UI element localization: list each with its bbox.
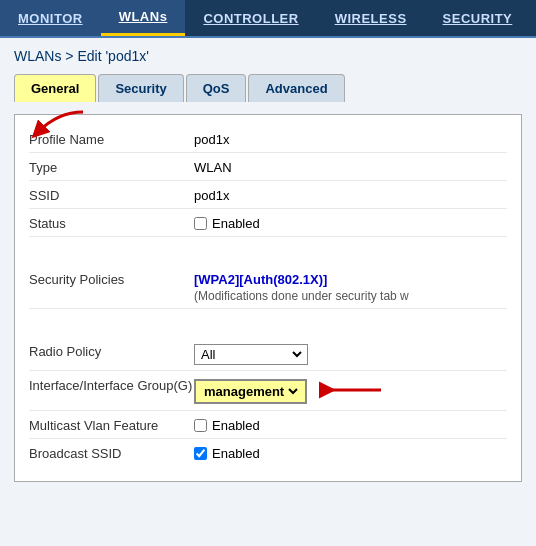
tab-general[interactable]: General	[14, 74, 96, 102]
broadcast-ssid-value: Enabled	[212, 446, 260, 461]
nav-controller[interactable]: CONTROLLER	[185, 0, 316, 36]
interface-group-row: Interface/Interface Group(G) management …	[29, 371, 507, 411]
ssid-row: SSID pod1x	[29, 181, 507, 209]
radio-policy-label: Radio Policy	[29, 342, 194, 359]
nav-wlans[interactable]: WLANs	[101, 0, 186, 36]
broadcast-ssid-label: Broadcast SSID	[29, 444, 194, 461]
security-policies-field: [WPA2][Auth(802.1X)] (Modifications done…	[194, 270, 409, 303]
multicast-vlan-label: Multicast Vlan Feature	[29, 416, 194, 433]
ssid-value: pod1x	[194, 186, 229, 203]
interface-group-field: management virtual service-port	[194, 376, 384, 405]
page-content: WLANs > Edit 'pod1x' General Security Qo…	[0, 38, 536, 546]
radio-policy-select[interactable]: All 802.11a only 802.11b/g only 802.11g …	[197, 346, 305, 363]
management-dropdown-wrapper: management virtual service-port	[194, 379, 307, 404]
tab-security[interactable]: Security	[98, 74, 183, 102]
tab-qos[interactable]: QoS	[186, 74, 247, 102]
profile-name-value: pod1x	[194, 130, 229, 147]
status-row: Status Enabled	[29, 209, 507, 237]
general-tab-arrow-indicator	[28, 110, 88, 143]
ssid-label: SSID	[29, 186, 194, 203]
separator-2	[29, 309, 507, 337]
type-row: Type WLAN	[29, 153, 507, 181]
tab-advanced[interactable]: Advanced	[248, 74, 344, 102]
separator-1	[29, 237, 507, 265]
nav-monitor[interactable]: MONITOR	[0, 0, 101, 36]
form-area: Profile Name pod1x Type WLAN SSID pod1x …	[14, 114, 522, 482]
tab-bar: General Security QoS Advanced	[14, 74, 522, 102]
profile-name-row: Profile Name pod1x	[29, 125, 507, 153]
security-policy-value: [WPA2][Auth(802.1X)]	[194, 272, 409, 287]
management-arrow-indicator	[319, 378, 384, 405]
status-label: Status	[29, 214, 194, 231]
nav-security[interactable]: SECURITY	[425, 0, 531, 36]
type-label: Type	[29, 158, 194, 175]
status-value: Enabled	[212, 216, 260, 231]
interface-group-label: Interface/Interface Group(G)	[29, 376, 194, 393]
multicast-vlan-row: Multicast Vlan Feature Enabled	[29, 411, 507, 439]
security-policies-label: Security Policies	[29, 270, 194, 287]
broadcast-ssid-checkbox[interactable]	[194, 447, 207, 460]
multicast-vlan-checkbox[interactable]	[194, 419, 207, 432]
radio-policy-field: All 802.11a only 802.11b/g only 802.11g …	[194, 342, 308, 365]
multicast-vlan-value: Enabled	[212, 418, 260, 433]
security-policy-note: (Modifications done under security tab w	[194, 289, 409, 303]
broadcast-ssid-field: Enabled	[194, 444, 260, 461]
interface-group-select[interactable]: management virtual service-port	[200, 383, 301, 400]
broadcast-ssid-row: Broadcast SSID Enabled	[29, 439, 507, 467]
type-value: WLAN	[194, 158, 232, 175]
status-field: Enabled	[194, 214, 260, 231]
radio-policy-row: Radio Policy All 802.11a only 802.11b/g …	[29, 337, 507, 371]
radio-policy-dropdown-wrapper: All 802.11a only 802.11b/g only 802.11g …	[194, 344, 308, 365]
breadcrumb: WLANs > Edit 'pod1x'	[14, 48, 522, 64]
nav-wireless[interactable]: WIRELESS	[317, 0, 425, 36]
multicast-vlan-field: Enabled	[194, 416, 260, 433]
status-checkbox[interactable]	[194, 217, 207, 230]
security-policies-row: Security Policies [WPA2][Auth(802.1X)] (…	[29, 265, 507, 309]
top-navigation: MONITOR WLANs CONTROLLER WIRELESS SECURI…	[0, 0, 536, 38]
